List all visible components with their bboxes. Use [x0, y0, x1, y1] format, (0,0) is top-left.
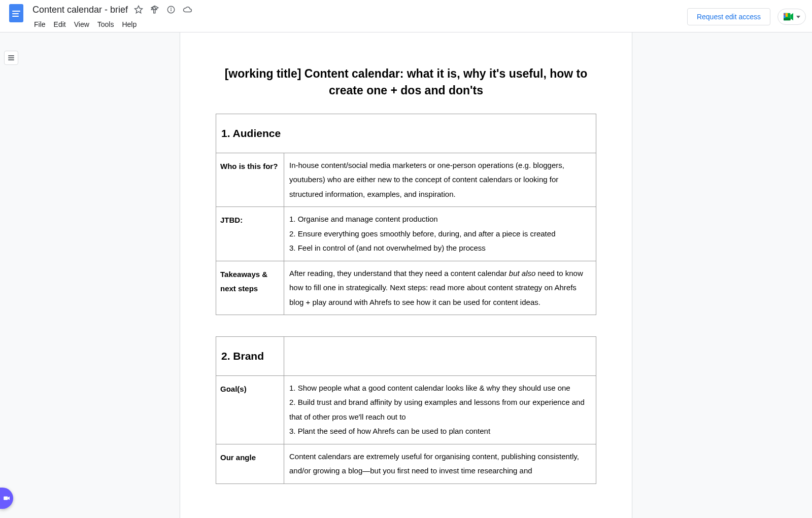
section-title-audience: 1. Audience	[216, 114, 596, 153]
menu-tools[interactable]: Tools	[94, 18, 118, 30]
menu-file[interactable]: File	[30, 18, 49, 30]
list-item: 3. Feel in control of (and not overwhelm…	[289, 241, 591, 256]
menu-help[interactable]: Help	[118, 18, 140, 30]
row-label: JTBD:	[216, 207, 284, 261]
audience-table: 1. Audience Who is this for? In-house co…	[216, 114, 596, 315]
svg-point-2	[171, 8, 172, 9]
list-item: 1. Organise and manage content productio…	[289, 212, 591, 227]
google-meet-button[interactable]	[777, 9, 806, 25]
document-page: [working title] Content calendar: what i…	[180, 32, 632, 518]
section-title-spacer	[284, 337, 596, 376]
svg-rect-7	[4, 497, 8, 500]
list-item: 3. Plant the seed of how Ahrefs can be u…	[289, 424, 591, 439]
brand-table: 2. Brand Goal(s) 1. Show people what a g…	[216, 336, 596, 484]
row-label: Who is this for?	[216, 153, 284, 207]
request-edit-access-button[interactable]: Request edit access	[687, 8, 770, 25]
move-icon[interactable]	[150, 5, 159, 14]
list-item: 2. Ensure everything goes smoothly befor…	[289, 227, 591, 241]
video-icon	[3, 495, 10, 502]
docs-home-button[interactable]	[6, 3, 26, 22]
info-icon[interactable]	[166, 5, 176, 14]
list-item: 2. Build trust and brand affinity by usi…	[289, 395, 591, 424]
google-docs-icon	[9, 4, 23, 22]
row-label: Our angle	[216, 444, 284, 484]
menu-edit[interactable]: Edit	[50, 18, 70, 30]
present-fab[interactable]	[0, 488, 13, 509]
app-header: Content calendar - brief File Edit View	[0, 0, 812, 32]
row-value: In-house content/social media marketers …	[284, 153, 596, 207]
document-heading: [working title] Content calendar: what i…	[216, 65, 596, 99]
editor-workspace: [working title] Content calendar: what i…	[0, 32, 812, 518]
table-row: Takeaways & next steps After reading, th…	[216, 261, 596, 315]
section-title-brand: 2. Brand	[216, 337, 284, 376]
menubar: File Edit View Tools Help	[30, 17, 683, 31]
row-value: After reading, they understand that they…	[284, 261, 596, 315]
row-label: Takeaways & next steps	[216, 261, 284, 315]
table-row: Goal(s) 1. Show people what a good conte…	[216, 375, 596, 444]
document-outline-button[interactable]	[4, 51, 18, 65]
row-value: 1. Organise and manage content productio…	[284, 207, 596, 261]
google-meet-icon	[783, 12, 794, 21]
star-icon[interactable]	[134, 5, 143, 14]
chevron-down-icon	[796, 16, 800, 18]
title-area: Content calendar - brief File Edit View	[30, 3, 683, 31]
document-title[interactable]: Content calendar - brief	[30, 4, 130, 16]
header-actions: Request edit access	[687, 3, 806, 25]
svg-rect-6	[784, 18, 791, 21]
cloud-status-icon[interactable]	[183, 5, 192, 14]
list-item: 1. Show people what a good content calen…	[289, 381, 591, 396]
row-value: 1. Show people what a good content calen…	[284, 375, 596, 444]
menu-view[interactable]: View	[71, 18, 93, 30]
table-row: Our angle Content calendars are extremel…	[216, 444, 596, 484]
row-label: Goal(s)	[216, 375, 284, 444]
table-row: JTBD: 1. Organise and manage content pro…	[216, 207, 596, 261]
row-value: Content calendars are extremely useful f…	[284, 444, 596, 484]
outline-icon	[8, 57, 14, 58]
table-row: Who is this for? In-house content/social…	[216, 153, 596, 207]
